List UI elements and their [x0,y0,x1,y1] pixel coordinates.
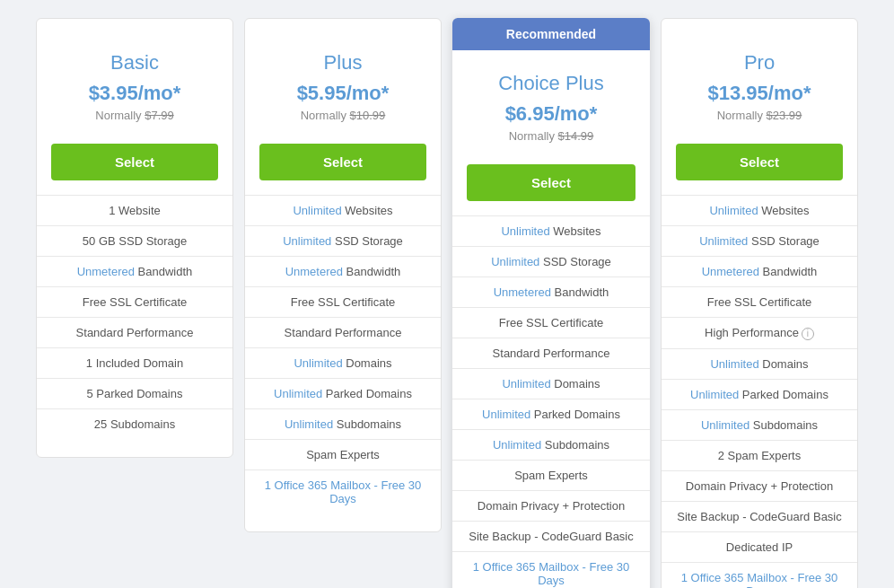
highlight-text: Unmetered [77,265,135,278]
plan-normal-price-plus: Normally $10.99 [259,109,426,122]
feature-item: Spam Experts [452,460,650,490]
plan-price-basic: $3.95/mo* [51,82,218,105]
plain-text: Standard Performance [493,347,610,360]
highlight-text: Unlimited [690,388,739,401]
plain-text: 5 Parked Domains [87,387,183,400]
plan-header-choice-plus: Choice Plus$6.95/mo*Normally $14.99 [452,50,650,164]
plain-text: SSD Storage [331,234,403,248]
plain-text: SSD Storage [539,255,611,268]
plain-text: Bandwidth [135,265,192,278]
highlight-text: Unlimited [482,408,530,421]
highlight-text: Unlimited [493,438,541,452]
features-list-plus: Unlimited WebsitesUnlimited SSD StorageU… [245,195,441,513]
plain-text: Dedicated IP [726,540,793,554]
feature-item: Unmetered Bandwidth [662,256,857,286]
feature-item: Domain Privacy + Protection [662,470,857,501]
select-button-basic[interactable]: Select [51,144,218,180]
feature-item: High Performancei [662,317,857,348]
plain-text: Spam Experts [514,469,588,482]
plain-text: Free SSL Certificate [291,295,396,309]
plan-card-choice-plus: RecommendedChoice Plus$6.95/mo*Normally … [452,18,650,588]
office365-link[interactable]: 1 Office 365 Mailbox - Free 30 Days [265,478,422,505]
plain-text: Parked Domains [530,408,620,421]
office365-link[interactable]: 1 Office 365 Mailbox - Free 30 Days [473,560,630,587]
plain-text: High Performance [705,326,799,339]
feature-item: Dedicated IP [662,531,857,562]
feature-item: Unlimited Subdomains [452,429,650,460]
plain-text: Websites [342,204,393,217]
feature-item: Free SSL Certificate [37,286,232,317]
plain-text: 1 Website [109,204,161,217]
feature-item: Standard Performance [37,317,232,347]
feature-item: Domain Privacy + Protection [452,490,650,521]
feature-item: Free SSL Certificate [452,307,650,338]
plain-text: Bandwidth [343,265,400,278]
features-list-basic: 1 Website50 GB SSD StorageUnmetered Band… [37,195,232,439]
recommended-badge: Recommended [452,18,650,50]
feature-item: Unmetered Bandwidth [245,256,441,286]
highlight-text: Unlimited [294,356,342,370]
feature-item: 2 Spam Experts [662,440,857,470]
plain-text: 25 Subdomains [94,417,175,431]
feature-item: 1 Office 365 Mailbox - Free 30 Days [452,551,650,588]
highlight-text: Unlimited [274,387,322,400]
highlight-text: Unmetered [702,265,759,278]
feature-item: Standard Performance [452,338,650,368]
select-button-pro[interactable]: Select [676,144,843,180]
plain-text: Domains [343,356,392,370]
info-icon[interactable]: i [802,328,814,340]
feature-item: Free SSL Certificate [245,286,441,317]
feature-item: 25 Subdomains [37,408,232,439]
office365-link[interactable]: 1 Office 365 Mailbox - Free 30 Days [681,571,838,588]
highlight-text: Unlimited [491,255,539,268]
feature-item: Unlimited Subdomains [662,409,857,440]
plain-text: Free SSL Certificate [707,295,812,309]
highlight-text: Unlimited [701,418,749,432]
feature-item: Site Backup - CodeGuard Basic [662,501,857,531]
plain-text: Free SSL Certificate [83,295,188,309]
plan-normal-price-choice-plus: Normally $14.99 [467,129,635,143]
plan-price-pro: $13.95/mo* [676,82,843,105]
plan-name-pro: Pro [676,51,843,75]
feature-item: Unlimited Subdomains [245,408,441,439]
feature-item: Unlimited Websites [245,195,441,225]
plan-header-pro: Pro$13.95/mo*Normally $23.99 [662,19,857,144]
feature-item: Unlimited Domains [662,348,857,379]
feature-item: Unmetered Bandwidth [37,256,232,286]
plain-text: 50 GB SSD Storage [83,234,187,248]
highlight-text: Unlimited [501,224,549,238]
pricing-container: Basic$3.95/mo*Normally $7.99Select1 Webs… [36,18,858,588]
highlight-text: Unlimited [710,357,758,371]
plan-price-choice-plus: $6.95/mo* [467,102,635,126]
plain-text: Site Backup - CodeGuard Basic [677,510,842,523]
plain-text: Bandwidth [759,265,817,278]
plan-price-plus: $5.95/mo* [259,82,426,105]
plain-text: Bandwidth [551,285,609,299]
plain-text: Subdomains [333,417,401,431]
plan-header-plus: Plus$5.95/mo*Normally $10.99 [245,19,441,144]
select-button-plus[interactable]: Select [259,144,426,180]
plain-text: Websites [550,224,601,238]
highlight-text: Unlimited [699,234,748,248]
plan-header-basic: Basic$3.95/mo*Normally $7.99 [37,19,232,144]
plan-card-plus: Plus$5.95/mo*Normally $10.99SelectUnlimi… [244,18,442,532]
select-button-choice-plus[interactable]: Select [467,164,635,201]
features-list-choice-plus: Unlimited WebsitesUnlimited SSD StorageU… [452,215,650,588]
plain-text: SSD Storage [748,234,820,248]
plain-text: Subdomains [541,438,609,452]
feature-item: Unlimited SSD Storage [662,225,857,256]
plain-text: Domains [551,377,600,391]
plain-text: Domain Privacy + Protection [686,479,833,493]
feature-item: Unlimited SSD Storage [452,246,650,276]
plain-text: 1 Included Domain [86,356,183,370]
feature-item: Standard Performance [245,317,441,347]
feature-item: Unlimited SSD Storage [245,225,441,256]
feature-item: Spam Experts [245,439,441,470]
plan-normal-price-basic: Normally $7.99 [51,109,218,122]
feature-item: Unlimited Websites [452,215,650,246]
features-list-pro: Unlimited WebsitesUnlimited SSD StorageU… [662,195,857,588]
plain-text: Parked Domains [322,387,412,400]
feature-item: Unlimited Parked Domains [662,379,857,409]
highlight-text: Unlimited [293,204,341,217]
plan-card-pro: Pro$13.95/mo*Normally $23.99SelectUnlimi… [661,18,858,588]
